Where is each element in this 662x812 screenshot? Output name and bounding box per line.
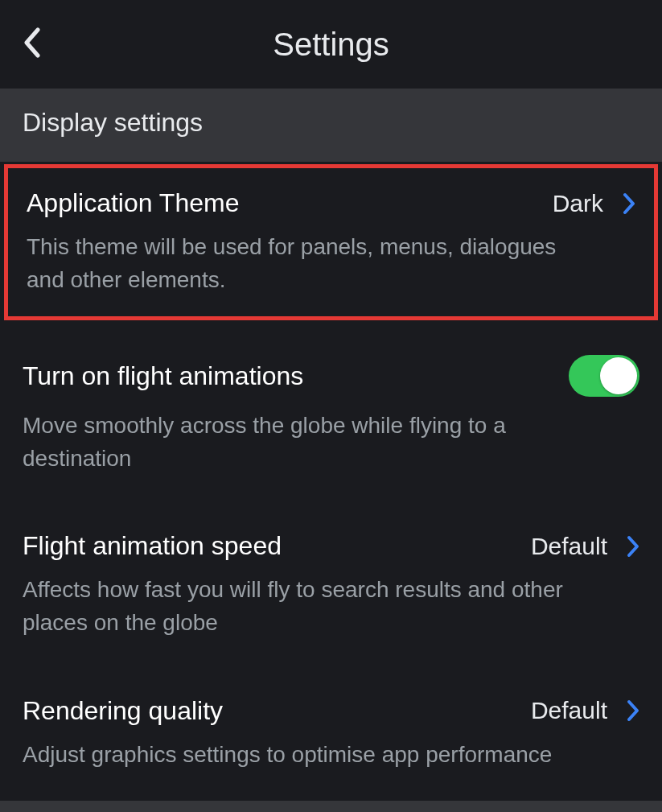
setting-value: Default <box>531 533 607 560</box>
chevron-right-icon <box>627 699 639 722</box>
setting-description: Adjust graphics settings to optimise app… <box>23 739 578 772</box>
setting-value: Default <box>531 697 607 724</box>
setting-flight-animation-speed[interactable]: Flight animation speed Default Affects h… <box>0 499 662 663</box>
header: Settings <box>0 0 662 89</box>
setting-description: This theme will be used for panels, menu… <box>27 231 582 296</box>
chevron-right-icon <box>627 535 639 558</box>
setting-title: Application Theme <box>27 188 239 218</box>
setting-description: Affects how fast you will fly to search … <box>23 574 578 639</box>
setting-application-theme[interactable]: Application Theme Dark This theme will b… <box>4 164 658 320</box>
settings-list: Application Theme Dark This theme will b… <box>0 164 662 795</box>
page-title: Settings <box>0 27 662 63</box>
bottom-bar <box>0 801 662 812</box>
flight-animations-toggle[interactable] <box>569 355 639 397</box>
chevron-left-icon <box>23 27 40 58</box>
setting-value: Dark <box>553 190 603 217</box>
setting-title: Rendering quality <box>23 696 223 726</box>
chevron-right-icon <box>623 192 635 215</box>
toggle-knob <box>600 357 637 394</box>
setting-rendering-quality[interactable]: Rendering quality Default Adjust graphic… <box>0 664 662 796</box>
back-button[interactable] <box>23 27 40 61</box>
setting-description: Move smoothly across the globe while fly… <box>23 410 578 475</box>
setting-flight-animations[interactable]: Turn on flight animations Move smoothly … <box>0 323 662 499</box>
setting-title: Turn on flight animations <box>23 361 303 391</box>
setting-title: Flight animation speed <box>23 531 282 561</box>
section-header: Display settings <box>0 89 662 162</box>
